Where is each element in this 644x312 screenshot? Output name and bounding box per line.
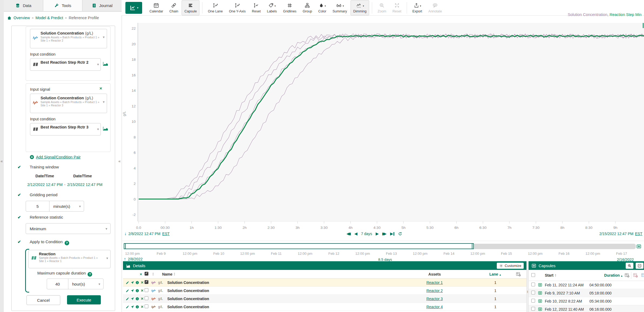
capsule-row-4[interactable]: Feb 12, 2022 11:40 AM 06:16:00.000: [529, 305, 644, 312]
row-checkbox[interactable]: [145, 296, 148, 300]
toolbar-button-summary[interactable]: ▾Summary: [330, 0, 350, 15]
toolbar-button-dimming[interactable]: ▾Dimming: [351, 0, 369, 15]
range-start-timezone[interactable]: EST: [162, 232, 169, 236]
details-row-reactor-3[interactable]: × g/L Solution Concentration Reactor 3 1: [123, 295, 526, 303]
info-icon[interactable]: [135, 289, 140, 293]
trend-chart[interactable]: -20246810121416182022g/L0.000:301h1:302h…: [122, 16, 644, 240]
toolbar-button-group[interactable]: Group: [300, 0, 315, 15]
breadcrumb-overview[interactable]: Overview: [14, 16, 30, 20]
step-back-icon[interactable]: ◀: [354, 232, 358, 236]
step-forward-icon[interactable]: ▶: [376, 232, 379, 236]
range-end-value[interactable]: 2/15/2022 12:47 PM: [599, 232, 633, 236]
edit-pencil-icon[interactable]: [125, 289, 130, 293]
row-checkbox[interactable]: [145, 280, 148, 284]
send-plane-icon[interactable]: [130, 281, 135, 284]
toolbar-button-one-lane[interactable]: One Lane: [205, 0, 225, 15]
remove-pair-icon[interactable]: ×: [99, 87, 102, 90]
panel-splitter[interactable]: ‖: [526, 261, 529, 312]
input-condition-select-2[interactable]: Best Reaction Step Rctr 3 ▾: [30, 123, 101, 135]
timeline-start-arrow-icon[interactable]: ↑: [124, 257, 126, 261]
home-icon[interactable]: [7, 16, 12, 20]
tab-data[interactable]: Data: [4, 0, 43, 11]
start-column-header[interactable]: Start: [545, 273, 553, 277]
help-icon[interactable]: ?: [88, 272, 92, 277]
toolbar-button-reset-zoom[interactable]: Reset: [390, 0, 404, 15]
timeline-right-handle[interactable]: [472, 243, 474, 249]
range-end-timezone[interactable]: EST: [635, 232, 642, 236]
customize-button[interactable]: Customize: [497, 263, 524, 269]
remove-icon[interactable]: ×: [140, 281, 145, 284]
details-row-reactor-2[interactable]: × g/L Solution Concentration Reactor 2 1: [123, 287, 526, 295]
input-signal-select-1[interactable]: Solution Concentration (g/L) Sample Asse…: [30, 29, 107, 48]
execute-button[interactable]: Execute: [67, 295, 101, 304]
send-plane-icon[interactable]: [130, 305, 135, 309]
details-row-reactor-1[interactable]: × g/L Solution Concentration Reactor 1 1: [123, 279, 526, 287]
toolbar-button-reset-axes[interactable]: Reset: [249, 0, 263, 15]
timeline-left-handle[interactable]: [124, 243, 126, 249]
breadcrumb-model-predict[interactable]: Model & Predict: [35, 16, 63, 20]
toolbar-button-capsule[interactable]: Capsule: [182, 0, 199, 15]
zoom-capsules-button[interactable]: [626, 263, 633, 269]
asset-tree-icon[interactable]: [103, 61, 108, 66]
range-start-arrow-icon[interactable]: ↓: [124, 232, 126, 236]
edit-pencil-icon[interactable]: [125, 305, 130, 309]
add-signal-column-icon[interactable]: [633, 273, 638, 278]
asset-tree-icon[interactable]: [103, 126, 108, 131]
edit-pencil-icon[interactable]: [125, 281, 130, 284]
details-row-reactor-4[interactable]: × g/L Solution Concentration Reactor 4 1: [123, 303, 526, 311]
input-signal-select-2[interactable]: Solution Concentration (g/L) Sample Asse…: [30, 94, 107, 113]
remove-icon[interactable]: ×: [140, 289, 145, 293]
tab-tools[interactable]: Tools: [43, 0, 83, 11]
name-column-header[interactable]: Name: [162, 272, 172, 276]
cancel-button[interactable]: Cancel: [26, 295, 60, 305]
add-property-column-icon[interactable]: [641, 273, 644, 278]
add-column-icon[interactable]: [516, 272, 526, 277]
help-icon[interactable]: ?: [65, 241, 69, 245]
name-cell[interactable]: Solution Concentration: [167, 305, 394, 309]
view-selector-button[interactable]: ▾: [125, 2, 142, 14]
input-condition-select-1[interactable]: Best Reaction Step Rctr 2 ▾: [30, 58, 101, 71]
max-duration-unit-select[interactable]: hour(s)▾: [68, 279, 104, 289]
investigate-timeline-selected-range[interactable]: [124, 243, 474, 249]
remove-all-icon[interactable]: ×: [140, 272, 145, 276]
select-all-capsules-checkbox[interactable]: [531, 273, 535, 277]
training-end-value[interactable]: 2/15/2022 12:47 PM: [67, 182, 102, 187]
add-column-icon[interactable]: [624, 273, 630, 278]
sort-icon[interactable]: ▲▼: [152, 272, 154, 276]
auto-update-icon[interactable]: [398, 232, 402, 236]
row-checkbox[interactable]: [531, 299, 535, 303]
row-checkbox[interactable]: [531, 291, 535, 294]
left-collapse-rail[interactable]: «: [0, 0, 4, 312]
row-checkbox[interactable]: [145, 304, 148, 308]
tab-journal[interactable]: Journal: [82, 0, 122, 11]
assets-column-header[interactable]: Assets: [394, 272, 475, 276]
apply-condition-select[interactable]: Reaction Sample Assets » Batch Products …: [28, 250, 111, 268]
remove-icon[interactable]: ×: [140, 297, 145, 301]
select-all-checkbox[interactable]: [145, 272, 148, 276]
capsule-row-1[interactable]: Feb 11, 2022 11:24 AM 04:50:00.000: [529, 281, 644, 289]
gridding-unit-select[interactable]: minute(s)▾: [49, 201, 84, 212]
send-plane-icon[interactable]: [130, 289, 135, 293]
toolbar-button-labels[interactable]: ▾Labels: [264, 0, 280, 15]
name-cell[interactable]: Solution Concentration: [167, 289, 394, 293]
info-icon[interactable]: [135, 305, 140, 309]
capsule-row-2[interactable]: Feb 9, 2022 7:10 AM 05:18:00.000: [529, 289, 644, 297]
toolbar-button-one-y-axis[interactable]: One Y-Axis: [226, 0, 248, 15]
training-start-value[interactable]: 2/12/2022 12:47 PM: [27, 182, 63, 187]
remove-icon[interactable]: ×: [140, 305, 145, 309]
collapse-left-icon[interactable]: «: [1, 159, 3, 163]
duration-column-header[interactable]: Duration▲: [604, 273, 623, 277]
name-cell[interactable]: Solution Concentration: [167, 280, 394, 285]
toolbar-button-calendar[interactable]: Calendar: [147, 0, 166, 15]
toolbar-button-export[interactable]: ▾Export: [410, 0, 425, 15]
step-back-large-icon[interactable]: ◀◀: [346, 232, 351, 236]
toolbar-button-gridlines[interactable]: Gridlines: [281, 0, 299, 15]
gridding-value-input[interactable]: [26, 201, 49, 212]
step-forward-large-icon[interactable]: ▶▶: [382, 232, 386, 236]
row-checkbox[interactable]: [531, 307, 535, 311]
max-duration-value-input[interactable]: [47, 279, 68, 289]
collapse-capsules-button[interactable]: [636, 263, 643, 269]
step-to-end-icon[interactable]: ▶: [390, 232, 394, 236]
row-checkbox[interactable]: [531, 283, 535, 286]
step-size-label[interactable]: 7 days: [361, 232, 372, 236]
